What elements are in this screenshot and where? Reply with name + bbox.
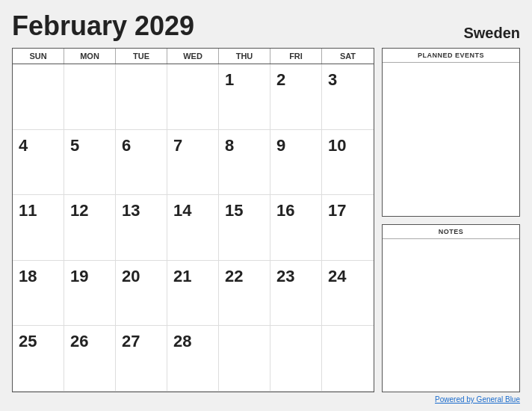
day-header-fri: FRI xyxy=(270,49,322,64)
cal-cell-9: 9 xyxy=(270,130,322,196)
cal-cell xyxy=(116,64,167,130)
cal-cell-empty-3 xyxy=(322,326,374,392)
cal-cell xyxy=(64,64,116,130)
day-headers: SUN MON TUE WED THU FRI SAT xyxy=(13,49,374,64)
cal-cell-2: 2 xyxy=(270,64,322,130)
cal-cell-24: 24 xyxy=(322,261,374,327)
calendar-grid: 1 2 3 4 5 6 7 8 9 10 11 12 13 14 15 16 1… xyxy=(13,64,374,392)
calendar-area: SUN MON TUE WED THU FRI SAT 1 2 3 4 5 xyxy=(12,48,374,392)
planned-events-body xyxy=(383,63,519,216)
planned-events-title: PLANNED EVENTS xyxy=(383,49,519,63)
cal-cell-5: 5 xyxy=(64,130,116,196)
powered-by-link[interactable]: Powered by General Blue xyxy=(435,395,520,404)
cal-cell-19: 19 xyxy=(64,261,116,327)
day-header-sat: SAT xyxy=(322,49,374,64)
cal-cell-27: 27 xyxy=(116,326,167,392)
cal-cell xyxy=(13,64,64,130)
cal-cell-empty-2 xyxy=(270,326,322,392)
day-header-wed: WED xyxy=(167,49,219,64)
cal-cell-26: 26 xyxy=(64,326,116,392)
month-title: February 2029 xyxy=(12,10,194,42)
day-header-tue: TUE xyxy=(116,49,167,64)
cal-cell-empty-1 xyxy=(219,326,270,392)
cal-cell-23: 23 xyxy=(270,261,322,327)
cal-cell xyxy=(167,64,219,130)
footer: Powered by General Blue xyxy=(12,395,520,404)
cal-cell-1: 1 xyxy=(219,64,270,130)
day-header-mon: MON xyxy=(64,49,116,64)
notes-title: NOTES xyxy=(383,225,519,239)
cal-cell-16: 16 xyxy=(270,195,322,261)
cal-cell-17: 17 xyxy=(322,195,374,261)
planned-events-box: PLANNED EVENTS xyxy=(382,48,520,217)
cal-cell-13: 13 xyxy=(116,195,167,261)
main-content: SUN MON TUE WED THU FRI SAT 1 2 3 4 5 xyxy=(12,48,520,392)
cal-cell-21: 21 xyxy=(167,261,219,327)
cal-cell-18: 18 xyxy=(13,261,64,327)
cal-cell-3: 3 xyxy=(322,64,374,130)
header: February 2029 Sweden xyxy=(12,10,520,42)
page: February 2029 Sweden SUN MON TUE WED THU… xyxy=(0,0,532,411)
cal-cell-6: 6 xyxy=(116,130,167,196)
cal-cell-20: 20 xyxy=(116,261,167,327)
cal-cell-11: 11 xyxy=(13,195,64,261)
notes-box: NOTES xyxy=(382,224,520,393)
cal-cell-14: 14 xyxy=(167,195,219,261)
country-title: Sweden xyxy=(463,25,520,42)
cal-cell-22: 22 xyxy=(219,261,270,327)
day-header-sun: SUN xyxy=(13,49,64,64)
cal-cell-4: 4 xyxy=(13,130,64,196)
cal-cell-12: 12 xyxy=(64,195,116,261)
cal-cell-15: 15 xyxy=(219,195,270,261)
cal-cell-8: 8 xyxy=(219,130,270,196)
cal-cell-10: 10 xyxy=(322,130,374,196)
cal-cell-7: 7 xyxy=(167,130,219,196)
cal-cell-28: 28 xyxy=(167,326,219,392)
right-panel: PLANNED EVENTS NOTES xyxy=(382,48,520,392)
notes-body xyxy=(383,239,519,392)
cal-cell-25: 25 xyxy=(13,326,64,392)
day-header-thu: THU xyxy=(219,49,270,64)
